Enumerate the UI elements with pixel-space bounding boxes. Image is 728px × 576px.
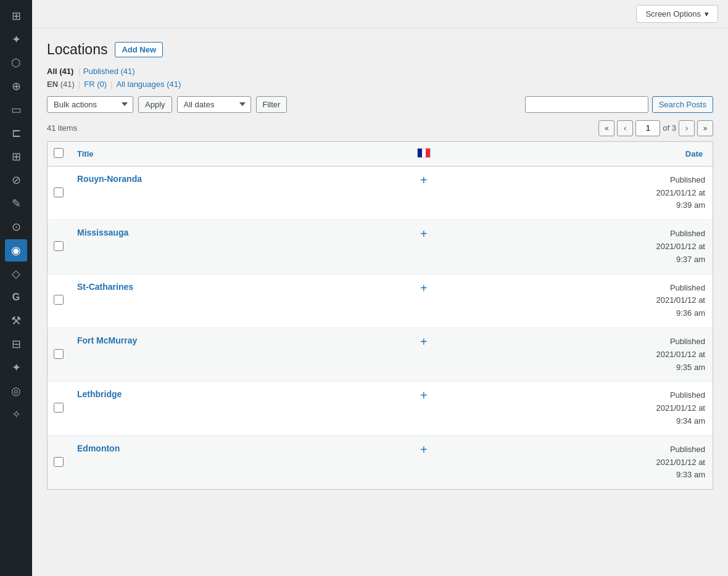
post-title-link[interactable]: Rouyn-Noranda	[77, 174, 142, 184]
row-date-cell: Published 2021/01/12 at 9:39 am	[442, 166, 713, 220]
add-translation-button[interactable]: +	[420, 335, 428, 348]
date-column-header[interactable]: Date	[442, 141, 713, 166]
row-checkbox[interactable]	[54, 187, 64, 197]
flag-column-header	[405, 141, 442, 166]
folder-icon[interactable]: ⊏	[5, 122, 27, 144]
stamp-icon[interactable]: ✦	[5, 356, 27, 379]
date-value: 2021/01/12 at	[450, 187, 705, 200]
row-flag-cell[interactable]: +	[405, 274, 442, 327]
french-flag-icon	[417, 148, 431, 158]
add-translation-button[interactable]: +	[420, 443, 428, 456]
date-value: 2021/01/12 at	[450, 294, 705, 307]
row-flag-cell[interactable]: +	[405, 328, 442, 382]
title-column-header[interactable]: Title	[70, 141, 405, 166]
pen-icon[interactable]: ✎	[5, 192, 27, 215]
lang-all[interactable]: All languages (41)	[116, 80, 181, 89]
next-page-button[interactable]: ›	[679, 120, 695, 136]
lang-fr[interactable]: FR (0)	[84, 80, 107, 89]
of-total: of 3	[663, 123, 676, 133]
prev-page-button[interactable]: ‹	[617, 120, 633, 136]
screen-options-label: Screen Options	[645, 9, 701, 19]
flag-blue-stripe	[418, 149, 422, 157]
row-flag-cell[interactable]: +	[405, 435, 442, 489]
first-page-button[interactable]: «	[598, 120, 614, 136]
apply-button[interactable]: Apply	[138, 96, 172, 113]
sidebar: ⊞ ✦ ⬡ ⊕ ▭ ⊏ ⊞ ⊘ ✎ ⊙ ◉ ◇ G ⚒ ⊟ ✦ ◎ ✧	[0, 0, 32, 576]
row-flag-cell[interactable]: +	[405, 220, 442, 274]
tag-icon[interactable]: ⬡	[5, 52, 27, 74]
date-status: Published	[450, 282, 705, 295]
date-time: 9:37 am	[450, 253, 705, 266]
link-icon[interactable]: ⊘	[5, 169, 27, 191]
subnav-all-link[interactable]: All (41)	[47, 67, 73, 76]
table-row: St-Catharines + Published 2021/01/12 at …	[48, 274, 713, 327]
add-translation-button[interactable]: +	[420, 282, 428, 294]
current-page-input[interactable]	[635, 120, 660, 136]
toolbar-right: Search Posts	[525, 96, 713, 113]
chart-icon[interactable]: ⊕	[5, 75, 27, 97]
dashboard-icon[interactable]: ⊞	[5, 5, 27, 27]
screen-options-button[interactable]: Screen Options ▾	[636, 5, 718, 23]
flag-red-stripe	[426, 149, 430, 157]
table-body: Rouyn-Noranda + Published 2021/01/12 at …	[48, 166, 713, 489]
date-time: 9:33 am	[450, 469, 705, 482]
post-title-link[interactable]: Edmonton	[77, 443, 120, 453]
row-flag-cell[interactable]: +	[405, 166, 442, 220]
table-row: Edmonton + Published 2021/01/12 at 9:33 …	[48, 435, 713, 489]
lang-fr-link[interactable]: FR (0)	[84, 80, 107, 89]
pin-icon[interactable]: ✦	[5, 28, 27, 51]
row-checkbox-cell[interactable]	[48, 274, 70, 327]
location-icon[interactable]: ◉	[5, 239, 27, 261]
subnav-published[interactable]: Published (41)	[83, 67, 135, 76]
subnav-published-link[interactable]: Published (41)	[83, 67, 135, 76]
add-translation-button[interactable]: +	[420, 228, 428, 240]
row-checkbox-cell[interactable]	[48, 382, 70, 435]
row-checkbox[interactable]	[54, 241, 64, 251]
add-translation-button[interactable]: +	[420, 389, 428, 401]
g-icon[interactable]: G	[5, 286, 27, 308]
add-new-button[interactable]: Add New	[115, 42, 163, 57]
search-input[interactable]	[525, 96, 648, 113]
pages-icon[interactable]: ▭	[5, 99, 27, 121]
add-translation-button[interactable]: +	[420, 174, 428, 186]
date-status: Published	[450, 443, 705, 456]
row-checkbox[interactable]	[54, 295, 64, 305]
row-checkbox-cell[interactable]	[48, 220, 70, 274]
row-checkbox-cell[interactable]	[48, 435, 70, 489]
settings-icon[interactable]: ✧	[5, 403, 27, 426]
post-title-link[interactable]: Fort McMurray	[77, 335, 137, 345]
date-status: Published	[450, 174, 705, 187]
date-time: 9:35 am	[450, 361, 705, 374]
row-flag-cell[interactable]: +	[405, 382, 442, 435]
lang-all-link[interactable]: All languages (41)	[116, 80, 181, 89]
date-value: 2021/01/12 at	[450, 348, 705, 361]
users-group-icon[interactable]: ⊞	[5, 146, 27, 168]
subnav: All (41) | Published (41)	[47, 67, 713, 76]
user-icon[interactable]: ⊙	[5, 216, 27, 238]
posts-table: Title Date Rouyn-Nor	[47, 141, 713, 490]
select-all-header[interactable]	[48, 141, 70, 166]
filter-button[interactable]: Filter	[256, 96, 287, 113]
row-checkbox-cell[interactable]	[48, 166, 70, 220]
code-icon[interactable]: ◇	[5, 263, 27, 285]
post-title-link[interactable]: Mississauga	[77, 228, 128, 237]
row-date-cell: Published 2021/01/12 at 9:33 am	[442, 435, 713, 489]
table-row: Rouyn-Noranda + Published 2021/01/12 at …	[48, 166, 713, 220]
table-row: Mississauga + Published 2021/01/12 at 9:…	[48, 220, 713, 274]
user2-icon[interactable]: ◎	[5, 380, 27, 402]
row-checkbox[interactable]	[54, 349, 64, 359]
search-posts-button[interactable]: Search Posts	[652, 96, 713, 113]
subnav-all[interactable]: All (41)	[47, 67, 73, 76]
select-all-checkbox[interactable]	[54, 148, 64, 158]
bulk-actions-select[interactable]: Bulk actions	[47, 96, 133, 113]
last-page-button[interactable]: »	[697, 120, 713, 136]
row-checkbox-cell[interactable]	[48, 328, 70, 382]
wrench-icon[interactable]: ⚒	[5, 310, 27, 332]
post-title-link[interactable]: Lethbridge	[77, 389, 122, 399]
dates-select[interactable]: All dates	[177, 96, 251, 113]
row-checkbox[interactable]	[54, 403, 64, 413]
post-title-link[interactable]: St-Catharines	[77, 282, 133, 292]
row-checkbox[interactable]	[54, 457, 64, 467]
grid2-icon[interactable]: ⊟	[5, 333, 27, 355]
flag-white-stripe	[422, 149, 426, 157]
